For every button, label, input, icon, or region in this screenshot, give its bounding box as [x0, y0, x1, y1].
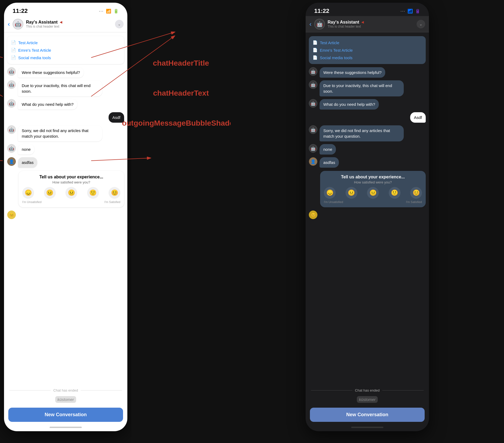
- left-msg-6-bubble: asdfas: [18, 157, 37, 168]
- left-emoji-3[interactable]: 😐: [65, 187, 77, 199]
- annotation-chatHeaderText: chatHeaderText: [122, 89, 240, 97]
- left-msg-user-row: Asdf: [4, 112, 127, 123]
- right-msg-4-row: 🤖 Sorry, we did not find any articles th…: [306, 125, 429, 142]
- right-bot-avatar-1: 🤖: [309, 67, 317, 76]
- right-msg-3-row: 🤖 What do you need help with?: [306, 99, 429, 110]
- right-emoji-4[interactable]: 🙂: [389, 187, 401, 199]
- left-msg-1-bubble: Were these suggestions helpful?: [18, 67, 84, 78]
- right-emoji-1[interactable]: 😞: [324, 187, 336, 199]
- right-emoji-5[interactable]: 😊: [410, 187, 422, 199]
- left-bot-avatar-5: 🤖: [7, 144, 16, 153]
- right-chat-header: ‹ 🤖 Ray's Assistant ◄ This is chat heade…: [306, 16, 429, 32]
- right-header-avatar: 🤖: [314, 19, 325, 29]
- left-msg-4-bubble: Sorry, we did not find any articles that…: [18, 125, 102, 141]
- right-survey-card: Tell us about your experience... How sat…: [320, 171, 426, 207]
- right-header-name: Ray's Assistant ◄: [328, 20, 414, 25]
- left-unsatisfied-label: I'm Unsatisfied: [22, 200, 42, 204]
- right-status-bar: 11:22 ··· 📶 🔋: [306, 3, 429, 16]
- right-article-3[interactable]: 📄 Social media tools: [313, 54, 422, 61]
- right-unsatisfied-label: I'm Unsatisfied: [324, 200, 343, 204]
- left-emoji-2[interactable]: 😐: [44, 187, 56, 199]
- left-emoji-4[interactable]: 🙂: [87, 187, 99, 199]
- right-back-button[interactable]: ‹: [309, 20, 312, 28]
- left-msg-3-row: 🤖 What do you need help with?: [4, 99, 127, 110]
- left-new-conversation-button[interactable]: New Conversation: [8, 408, 123, 422]
- left-kustomer-wrap: küstomer: [4, 394, 127, 406]
- right-user-avatar: 👤: [309, 157, 317, 166]
- left-article-2-label: Emre's Test Article: [18, 48, 51, 52]
- left-msg-2-bubble: Due to your inactivity, this chat will e…: [18, 80, 102, 96]
- left-bot-avatar-3: 🤖: [7, 99, 16, 108]
- left-header-name: Ray's Assistant ◄: [26, 20, 112, 25]
- left-msg-1-row: 🤖 Were these suggestions helpful?: [4, 67, 127, 78]
- left-emoji-1[interactable]: 😞: [22, 187, 34, 199]
- left-article-2[interactable]: 📄 Emre's Test Article: [11, 46, 120, 54]
- left-emoji-5[interactable]: 😊: [109, 187, 120, 199]
- right-article-card: 📄 Test Article 📄 Emre's Test Article 📄 S…: [309, 36, 426, 64]
- left-status-icons: ··· 📶 🔋: [99, 9, 119, 14]
- right-article-1-icon: 📄: [313, 40, 318, 45]
- right-article-3-label: Social media tools: [320, 55, 353, 60]
- left-emoji-row: 😞 😐 😐 🙂 😊: [22, 187, 120, 199]
- annotation-area: chatHeaderTitle chatHeaderText outgoingM…: [131, 0, 231, 443]
- left-back-button[interactable]: ‹: [8, 20, 10, 28]
- right-ended-text: Chat has ended: [355, 388, 380, 392]
- left-msg-3-bubble: What do you need help with?: [18, 99, 77, 110]
- right-survey-labels: I'm Unsatisfied I'm Satisfied: [324, 200, 422, 204]
- left-bot-avatar-4: 🤖: [7, 125, 16, 134]
- left-survey-card: Tell us about your experience... How sat…: [18, 171, 124, 207]
- right-bot-avatar-2: 🤖: [309, 80, 317, 89]
- right-status-icons: ··· 📶 🔋: [401, 9, 420, 14]
- right-msg-2-row: 🤖 Due to your inactivity, this chat will…: [306, 80, 429, 97]
- left-header-subtitle: This is chat header text: [26, 25, 112, 28]
- right-new-conversation-button[interactable]: New Conversation: [310, 408, 425, 422]
- left-msg-2-row: 🤖 Due to your inactivity, this chat will…: [4, 80, 127, 97]
- right-emoji-2[interactable]: 😐: [346, 187, 357, 199]
- chatHeaderText-label: chatHeaderText: [153, 89, 209, 97]
- right-ended-line-right: [382, 390, 424, 391]
- right-phone: 11:22 ··· 📶 🔋 ‹ 🤖 Ray's Assistant ◄ This…: [306, 3, 429, 431]
- right-msg-1-bubble: Were these suggestions helpful?: [320, 67, 385, 78]
- left-survey-labels: I'm Unsatisfied I'm Satisfied: [22, 200, 120, 204]
- left-msg-4-row: 🤖 Sorry, we did not find any articles th…: [4, 125, 127, 142]
- right-msg-user-row: Asdf: [306, 112, 429, 123]
- left-header-avatar: 🤖: [13, 19, 23, 29]
- right-header-subtitle: This is chat header text: [328, 25, 414, 28]
- left-messages-area: 📄 Test Article 📄 Emre's Test Article 📄 S…: [4, 32, 127, 387]
- right-chevron-button[interactable]: ⌄: [417, 20, 425, 28]
- left-article-1[interactable]: 📄 Test Article: [11, 39, 120, 46]
- right-msg-5-bubble: none: [320, 144, 336, 155]
- left-header-info: Ray's Assistant ◄ This is chat header te…: [26, 20, 112, 28]
- right-emoji-3[interactable]: 😐: [367, 187, 379, 199]
- annotation-labels: chatHeaderTitle chatHeaderText outgoingM…: [122, 48, 240, 127]
- left-survey-title: Tell us about your experience...: [22, 175, 120, 179]
- left-article-1-label: Test Article: [18, 40, 38, 45]
- dots-icon: ···: [99, 9, 104, 13]
- left-bot-avatar-1: 🤖: [7, 67, 16, 76]
- right-msg-1-row: 🤖 Were these suggestions helpful?: [306, 67, 429, 78]
- left-chat-header: ‹ 🤖 Ray's Assistant ◄ This is chat heade…: [4, 16, 127, 32]
- left-bot-avatar-2: 🤖: [7, 80, 16, 89]
- left-user-avatar: 👤: [7, 157, 16, 166]
- right-survey-title: Tell us about your experience...: [324, 175, 422, 179]
- annotation-bubbleShadow: outgoingMessageBubbleShadow: [122, 119, 240, 127]
- right-emoji-row: 😞 😐 😐 🙂 😊: [324, 187, 422, 199]
- left-msg-6-row: 👤 asdfas: [4, 157, 127, 168]
- left-article-3[interactable]: 📄 Social media tools: [11, 54, 120, 61]
- left-time: 11:22: [13, 7, 28, 14]
- right-kustomer-logo: küstomer: [357, 396, 378, 403]
- right-article-1[interactable]: 📄 Test Article: [313, 39, 422, 46]
- right-name-arrow: ◄: [360, 20, 365, 24]
- right-article-2[interactable]: 📄 Emre's Test Article: [313, 46, 422, 54]
- right-bot-avatar-5: 🤖: [309, 144, 317, 153]
- right-article-2-icon: 📄: [313, 48, 318, 52]
- right-messages-area: 📄 Test Article 📄 Emre's Test Article 📄 S…: [306, 32, 429, 387]
- left-article-3-icon: 📄: [11, 55, 16, 60]
- right-satisfied-label: I'm Satisfied: [406, 200, 422, 204]
- left-chevron-button[interactable]: ⌄: [115, 20, 124, 28]
- right-wifi-icon: 📶: [407, 9, 413, 14]
- right-article-2-label: Emre's Test Article: [320, 48, 353, 52]
- right-article-3-icon: 📄: [313, 55, 318, 60]
- left-article-3-label: Social media tools: [18, 55, 51, 60]
- left-home-indicator: [50, 427, 82, 428]
